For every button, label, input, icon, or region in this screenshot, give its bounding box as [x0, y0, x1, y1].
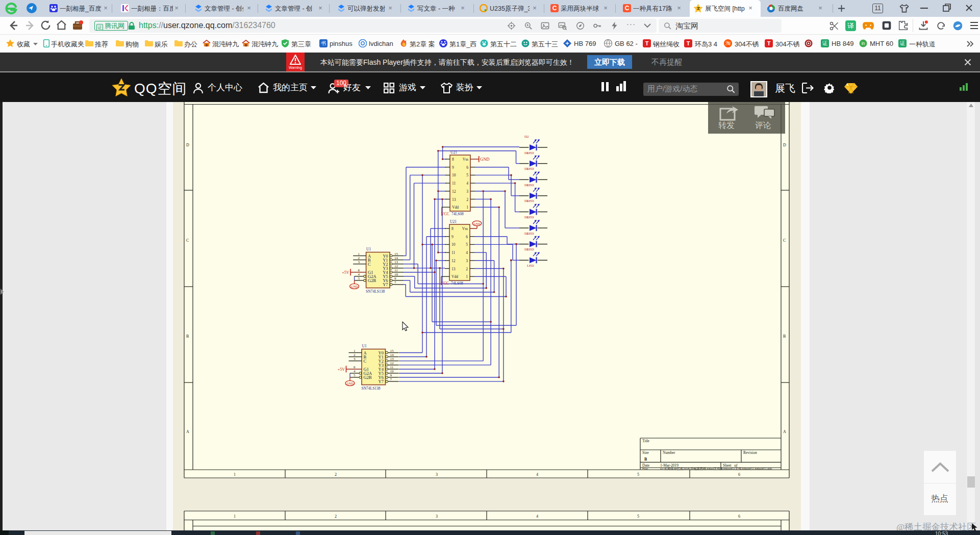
svg-text:5: 5 [466, 242, 468, 247]
svg-text:5: 5 [637, 514, 639, 519]
svg-text:11: 11 [452, 181, 456, 186]
svg-text:4: 4 [536, 472, 538, 477]
svg-text:D2: D2 [524, 247, 529, 251]
svg-text:12: 12 [394, 264, 398, 268]
svg-text:D2: D2 [524, 183, 529, 187]
svg-text:6: 6 [466, 165, 468, 170]
svg-text:B: B [644, 457, 647, 462]
svg-text:1: 1 [234, 472, 236, 477]
svg-text:3: 3 [436, 514, 438, 519]
svg-text:11: 11 [394, 268, 398, 272]
svg-text:D2: D2 [524, 151, 529, 155]
svg-text:5: 5 [637, 472, 639, 477]
svg-text:Size: Size [642, 450, 649, 455]
svg-text:11: 11 [390, 365, 394, 369]
svg-text:5: 5 [354, 373, 356, 377]
svg-text:D2: D2 [524, 232, 529, 236]
svg-text:5: 5 [466, 173, 468, 177]
svg-text:C: C [186, 238, 189, 243]
svg-text:9: 9 [452, 165, 454, 170]
svg-text:C: C [783, 238, 786, 243]
svg-text:+5V: +5V [338, 367, 345, 372]
svg-text:C: C [368, 262, 371, 267]
svg-text:+5V: +5V [342, 270, 349, 275]
svg-text:GND: GND [474, 222, 481, 225]
svg-text:in: in [862, 41, 865, 46]
svg-text:11: 11 [451, 250, 455, 255]
svg-text:G2B: G2B [364, 375, 372, 380]
svg-text:Y7: Y7 [383, 282, 388, 287]
svg-text:D2: D2 [524, 167, 529, 171]
svg-text:LED: LED [527, 264, 534, 268]
svg-text:14: 14 [390, 353, 394, 357]
svg-text:3: 3 [436, 472, 438, 477]
svg-text:15: 15 [390, 349, 394, 353]
svg-text:GND: GND [347, 382, 354, 385]
svg-text:2: 2 [466, 197, 468, 202]
svg-text:15: 15 [394, 252, 398, 256]
svg-text:U21: U21 [450, 219, 457, 224]
svg-text:Number: Number [663, 450, 675, 455]
svg-text:D2: D2 [524, 135, 529, 139]
svg-text:4: 4 [536, 514, 538, 519]
svg-text:8: 8 [452, 157, 454, 162]
svg-text:4: 4 [466, 181, 468, 186]
svg-text:3: 3 [358, 260, 360, 264]
svg-text:4: 4 [466, 250, 468, 255]
svg-text:2: 2 [358, 256, 360, 260]
svg-text:10: 10 [394, 272, 398, 276]
svg-text:Vdd: Vdd [451, 274, 458, 279]
svg-text:1: 1 [358, 252, 360, 256]
svg-text:A: A [186, 429, 189, 434]
svg-text:GND: GND [480, 157, 489, 162]
svg-text:C: C [364, 359, 367, 364]
svg-text:12: 12 [452, 189, 456, 194]
svg-text:13: 13 [394, 260, 398, 264]
svg-text:D: D [783, 143, 786, 147]
svg-text:U1: U1 [362, 344, 367, 348]
svg-text:D:\长期保存已改2018\弃电路图纸.64led文件夹64: D:\长期保存已改2018\弃电路图纸.64led文件夹64led451文件.6… [660, 467, 772, 471]
svg-text:10: 10 [452, 173, 456, 177]
svg-text:2: 2 [466, 267, 468, 271]
svg-text:3: 3 [354, 357, 356, 361]
svg-text:Revision: Revision [743, 450, 757, 455]
svg-text:6: 6 [358, 268, 360, 272]
svg-text:13: 13 [452, 197, 456, 202]
svg-text:9: 9 [451, 235, 454, 239]
svg-text:VCC: VCC [441, 281, 448, 286]
svg-text:1: 1 [234, 514, 236, 519]
svg-text:1: 1 [466, 274, 468, 279]
svg-text:6: 6 [354, 365, 356, 369]
svg-text:8: 8 [451, 226, 454, 231]
svg-text:B: B [186, 334, 189, 339]
svg-text:9: 9 [394, 276, 396, 281]
svg-text:2: 2 [354, 353, 356, 357]
svg-text:6: 6 [738, 472, 740, 477]
svg-text:7: 7 [390, 377, 392, 381]
svg-text:74LS08: 74LS08 [451, 281, 463, 286]
svg-text:2: 2 [335, 472, 337, 477]
svg-text:Vss: Vss [463, 157, 468, 162]
svg-text:Title: Title [642, 439, 650, 443]
svg-text:6: 6 [738, 514, 740, 519]
svg-text:13: 13 [390, 357, 394, 361]
svg-text:B: B [783, 334, 786, 339]
svg-text:5: 5 [358, 276, 360, 281]
svg-text:10: 10 [451, 242, 456, 247]
svg-text:14: 14 [394, 256, 398, 260]
svg-text:Vss: Vss [462, 226, 468, 231]
svg-text:G2B: G2B [368, 278, 376, 283]
svg-text:U1: U1 [366, 247, 371, 251]
svg-text:D2: D2 [524, 199, 529, 203]
svg-text:D2: D2 [524, 215, 529, 219]
svg-text:1: 1 [354, 349, 356, 353]
svg-text:3: 3 [466, 189, 468, 194]
svg-text:U21: U21 [450, 150, 457, 155]
svg-text:VCC: VCC [441, 212, 449, 216]
svg-text:10: 10 [390, 369, 394, 373]
svg-text:SN74LS138: SN74LS138 [362, 386, 381, 391]
svg-text:Vdd: Vdd [452, 205, 459, 210]
svg-text:File:: File: [642, 467, 648, 470]
svg-text:7: 7 [394, 281, 396, 285]
svg-text:13: 13 [451, 267, 456, 271]
